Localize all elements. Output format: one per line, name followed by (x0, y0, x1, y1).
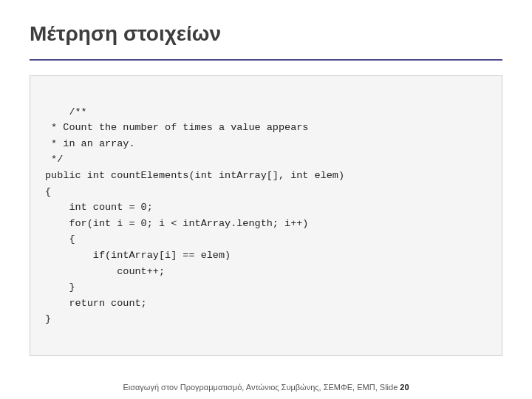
footer: Εισαγωγή στον Προγραμματισμό, Αντώνιος Σ… (0, 383, 532, 392)
code-content: /** * Count the number of times a value … (45, 106, 344, 325)
slide-title: Μέτρηση στοιχείων (30, 22, 502, 46)
title-divider (30, 59, 502, 61)
footer-text: Εισαγωγή στον Προγραμματισμό, Αντώνιος Σ… (123, 383, 398, 392)
code-block: /** * Count the number of times a value … (30, 75, 502, 356)
slide-number: 20 (400, 383, 409, 392)
slide-container: Μέτρηση στοιχείων /** * Count the number… (0, 0, 532, 399)
